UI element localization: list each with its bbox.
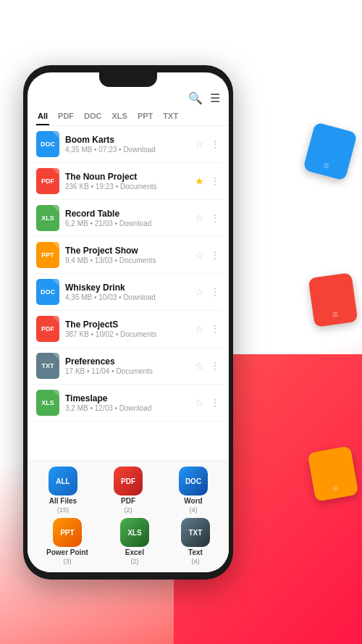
file-list: DOCBoom Karts4,35 MB • 07:23 • Download☆… (28, 126, 229, 460)
floating-doc (303, 122, 358, 180)
float-pdf-icon (311, 275, 355, 325)
nav-icon-txt: TXT (181, 518, 210, 547)
nav-label: Text (188, 548, 203, 556)
file-meta: 4,35 MB • 07:23 • Download (65, 146, 189, 154)
file-more-button[interactable]: ⋮ (210, 360, 220, 372)
search-icon[interactable]: 🔍 (188, 91, 203, 105)
file-icon-txt: TXT (36, 353, 59, 379)
file-more-button[interactable]: ⋮ (210, 397, 220, 409)
file-star[interactable]: ☆ (195, 360, 204, 372)
bottom-nav: ALLAll Files(15)PDFPDF(2)DOCWord(4)PPTPo… (28, 460, 229, 572)
nav-row: ALLAll Files(15)PDFPDF(2)DOCWord(4) (30, 467, 226, 514)
floating-ppt (308, 446, 359, 501)
phone-frame: 🔍 ☰ All PDF DOC XLS PPT TXT DOCBoom Kart… (23, 65, 233, 580)
file-info: Timeslape3,2 MB • 12/03 • Download (65, 393, 189, 412)
file-more-button[interactable]: ⋮ (210, 138, 220, 150)
nav-icon-all: ALL (49, 467, 77, 495)
nav-icon-word: DOC (179, 467, 208, 495)
float-doc-icon (308, 127, 352, 176)
file-info: The Project Show9,4 MB • 13/03 • Documen… (65, 246, 189, 264)
file-more-button[interactable]: ⋮ (210, 212, 220, 224)
nav-item-all[interactable]: ALLAll Files(15) (49, 467, 77, 514)
file-name: The Project Show (65, 246, 189, 256)
file-star[interactable]: ★ (195, 175, 204, 187)
phone-notch (99, 72, 157, 87)
nav-item-pdf[interactable]: PDFPDF(2) (114, 467, 143, 514)
nav-item-xls[interactable]: XLSExcel(2) (120, 518, 149, 565)
nav-label: Word (184, 497, 202, 505)
file-icon-pdf: PDF (36, 168, 59, 194)
floating-pdf (308, 272, 358, 327)
tab-txt[interactable]: TXT (161, 108, 180, 125)
file-info: Whiskey Drink4,35 MB • 10/03 • Download (65, 283, 189, 301)
file-more-button[interactable]: ⋮ (210, 323, 220, 335)
list-item[interactable]: XLSRecord Table6,2 MB • 21/03 • Download… (33, 200, 223, 237)
file-more-button[interactable]: ⋮ (210, 286, 220, 298)
file-name: Record Table (65, 209, 189, 219)
file-star[interactable]: ☆ (195, 249, 204, 261)
nav-label: Power Point (46, 548, 88, 556)
list-item[interactable]: XLSTimeslape3,2 MB • 12/03 • Download☆⋮ (33, 385, 223, 422)
nav-icon-xls: XLS (120, 518, 149, 547)
nav-row: PPTPower Point(3)XLSExcel(2)TXTText(4) (30, 518, 226, 565)
nav-icon-pdf: PDF (114, 467, 143, 495)
nav-count: (4) (191, 558, 199, 565)
file-name: Boom Karts (65, 135, 189, 145)
list-item[interactable]: PDFThe Noun Project236 KB • 19:23 • Docu… (33, 163, 223, 200)
nav-item-ppt[interactable]: PPTPower Point(3) (46, 518, 88, 565)
file-meta: 17 KB • 11/04 • Documents (65, 367, 189, 375)
file-icon-pdf: PDF (36, 316, 59, 342)
file-info: Record Table6,2 MB • 21/03 • Download (65, 209, 189, 227)
nav-label: PDF (121, 497, 135, 505)
nav-label: Excel (125, 548, 144, 556)
nav-count: (15) (57, 506, 69, 514)
file-info: Boom Karts4,35 MB • 07:23 • Download (65, 135, 189, 154)
list-item[interactable]: PPTThe Project Show9,4 MB • 13/03 • Docu… (33, 237, 223, 274)
file-star[interactable]: ☆ (195, 286, 204, 298)
file-name: The Noun Project (65, 172, 189, 182)
file-icon-doc: DOC (36, 279, 59, 305)
nav-count: (3) (63, 558, 71, 565)
file-info: The ProjectS387 KB • 10/02 • Documents (65, 319, 189, 338)
file-info: Preferences17 KB • 11/04 • Documents (65, 356, 189, 375)
phone-screen: 🔍 ☰ All PDF DOC XLS PPT TXT DOCBoom Kart… (28, 72, 229, 572)
nav-count: (2) (125, 506, 132, 514)
file-star[interactable]: ☆ (195, 138, 204, 150)
file-meta: 3,2 MB • 12/03 • Download (65, 404, 189, 412)
list-item[interactable]: DOCWhiskey Drink4,35 MB • 10/03 • Downlo… (33, 274, 223, 311)
nav-item-txt[interactable]: TXTText(4) (181, 518, 210, 565)
file-icon-xls: XLS (36, 390, 59, 416)
file-star[interactable]: ☆ (195, 323, 204, 335)
list-item[interactable]: PDFThe ProjectS387 KB • 10/02 • Document… (33, 311, 223, 348)
nav-icon-ppt: PPT (53, 518, 82, 547)
file-more-button[interactable]: ⋮ (210, 175, 220, 187)
sort-icon[interactable]: ☰ (210, 91, 220, 105)
file-star[interactable]: ☆ (195, 212, 204, 224)
tab-ppt[interactable]: PPT (136, 108, 154, 125)
file-meta: 4,35 MB • 10/03 • Download (65, 293, 189, 301)
file-meta: 236 KB • 19:23 • Documents (65, 183, 189, 191)
nav-count: (2) (130, 558, 138, 565)
tab-all[interactable]: All (36, 108, 49, 125)
list-item[interactable]: DOCBoom Karts4,35 MB • 07:23 • Download☆… (33, 126, 223, 163)
tab-pdf[interactable]: PDF (56, 108, 75, 125)
file-star[interactable]: ☆ (195, 397, 204, 409)
nav-item-word[interactable]: DOCWord(4) (179, 467, 208, 514)
tab-xls[interactable]: XLS (111, 108, 129, 125)
file-name: The ProjectS (65, 319, 189, 330)
file-more-button[interactable]: ⋮ (210, 249, 220, 261)
nav-label: All Files (49, 497, 77, 505)
file-icon-doc: DOC (36, 131, 59, 157)
file-icon-xls: XLS (36, 205, 59, 231)
file-name: Preferences (65, 356, 189, 367)
tab-doc[interactable]: DOC (83, 108, 103, 125)
file-name: Whiskey Drink (65, 283, 189, 293)
list-item[interactable]: TXTPreferences17 KB • 11/04 • Documents☆… (33, 348, 223, 385)
nav-count: (4) (190, 506, 198, 514)
app-header: 🔍 ☰ (28, 87, 229, 108)
file-meta: 387 KB • 10/02 • Documents (65, 330, 189, 338)
file-info: The Noun Project236 KB • 19:23 • Documen… (65, 172, 189, 191)
file-name: Timeslape (65, 393, 189, 403)
header-actions: 🔍 ☰ (188, 91, 220, 105)
file-meta: 9,4 MB • 13/03 • Documents (65, 256, 189, 264)
